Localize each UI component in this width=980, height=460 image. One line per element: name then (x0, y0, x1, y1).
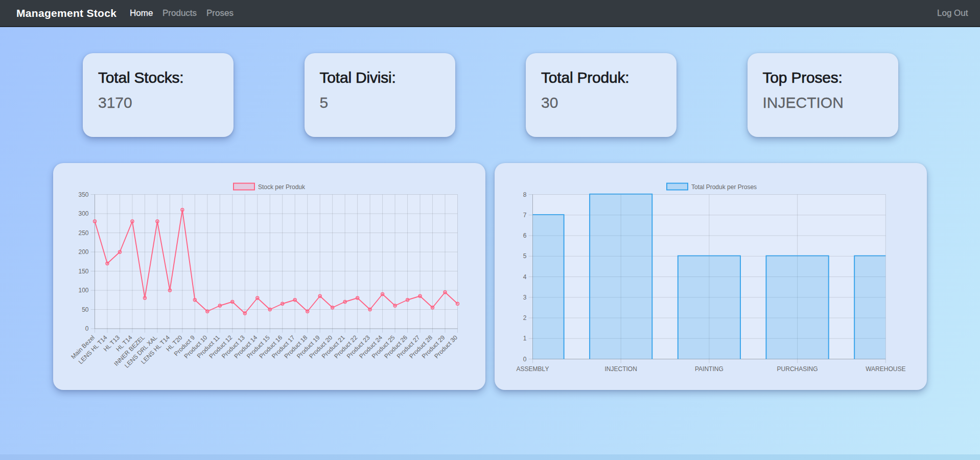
svg-text:WAREHOUSE: WAREHOUSE (866, 365, 905, 373)
svg-text:250: 250 (78, 229, 88, 237)
svg-text:1: 1 (523, 335, 527, 342)
svg-text:Stock per Produk: Stock per Produk (258, 183, 306, 191)
svg-text:Total Produk per Proses: Total Produk per Proses (691, 183, 757, 191)
svg-text:100: 100 (78, 287, 88, 294)
svg-text:PAINTING: PAINTING (695, 365, 724, 373)
svg-text:350: 350 (78, 191, 88, 198)
svg-text:5: 5 (523, 252, 527, 260)
svg-text:150: 150 (78, 268, 88, 275)
svg-text:4: 4 (523, 273, 527, 281)
svg-text:ASSEMBLY: ASSEMBLY (517, 365, 549, 373)
svg-text:200: 200 (78, 248, 88, 256)
svg-text:7: 7 (523, 212, 527, 219)
svg-text:0: 0 (85, 325, 89, 332)
svg-text:0: 0 (523, 356, 527, 363)
svg-text:6: 6 (523, 232, 527, 239)
svg-text:3: 3 (523, 294, 527, 301)
svg-text:INJECTION: INJECTION (605, 365, 637, 373)
svg-text:50: 50 (82, 306, 89, 313)
svg-text:2: 2 (523, 314, 527, 321)
svg-text:8: 8 (523, 191, 527, 198)
svg-text:PURCHASING: PURCHASING (777, 365, 818, 373)
svg-text:300: 300 (78, 210, 88, 217)
